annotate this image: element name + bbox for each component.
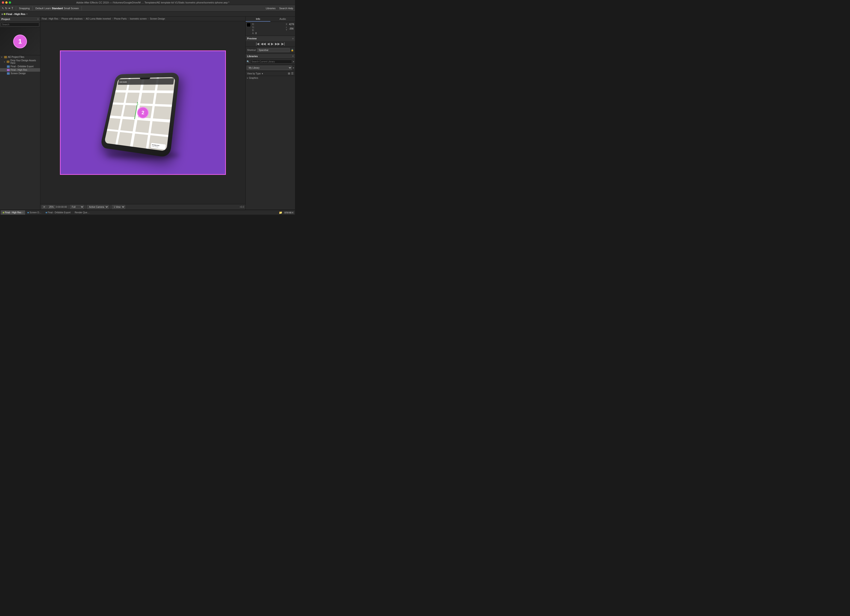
bc-phone-shadows[interactable]: Phone with shadows: [61, 18, 83, 20]
lib-search-area: 🔍 ▾: [246, 59, 295, 65]
x-value: 4276: [289, 23, 294, 25]
new-folder-icon[interactable]: 📁: [279, 211, 282, 214]
workspace-group: Default Learn Standard Small Screen: [36, 7, 79, 10]
workspace-learn[interactable]: Learn: [45, 7, 51, 10]
tool-buttons: ↖ ↻ ✒ T: [2, 7, 13, 10]
tab-audio-label: Audio: [279, 18, 286, 20]
tab-info[interactable]: Info: [246, 16, 270, 22]
project-search-area: [0, 22, 40, 28]
window-controls[interactable]: [2, 1, 11, 4]
project-item-dribbble[interactable]: Final - Dribbble Export: [0, 65, 40, 68]
folder-icon: [4, 56, 7, 58]
libraries-section: Libraries ≡ 🔍 ▾ My Library ▾ View by Typ…: [246, 54, 295, 209]
grid-view-icon[interactable]: ⊞: [288, 72, 290, 75]
tab-info-label: Info: [256, 18, 260, 20]
step-forward-button[interactable]: ▶▶: [275, 42, 280, 46]
lib-dropdown-arrow-icon: ▾: [293, 67, 294, 69]
workspace-small-screen[interactable]: Small Screen: [64, 7, 79, 10]
snap-label: Snapping: [19, 7, 30, 10]
libraries-menu-icon[interactable]: ≡: [292, 55, 293, 57]
preview-menu-icon[interactable]: ≡: [292, 37, 293, 40]
lib-search-input[interactable]: [250, 60, 292, 64]
project-item-design-assets[interactable]: ▸ Drop Your Design Assets Here: [0, 59, 40, 65]
bc-sep-3: <: [112, 18, 113, 20]
quality-select[interactable]: Full Half Quarter: [70, 205, 84, 209]
close-button[interactable]: [2, 1, 4, 4]
list-view-icon[interactable]: ☰: [291, 72, 293, 75]
shortcut-label: Shortcut: [247, 49, 256, 51]
expand-arrow-icon-5: [4, 72, 6, 75]
shortcut-row: Shortcut 🔒: [247, 48, 293, 52]
preview-section: Preview ≡ |◀ ◀◀ ◀ ▶ ▶▶ ▶|: [246, 36, 295, 47]
preview-label: Preview: [247, 37, 257, 40]
project-item-screen[interactable]: Screen Design: [0, 72, 40, 75]
title-bar: Adobe After Effects CC 2019 — /Volumes/G…: [0, 0, 295, 5]
comp-icon: [7, 66, 10, 68]
project-item-ae-files[interactable]: ▸ AE Project Files: [0, 55, 40, 59]
tl-tab-final-high-res[interactable]: Final - High Res ≡: [1, 210, 25, 215]
graphics-label: Graphics: [249, 77, 258, 79]
bc-phone-parts[interactable]: Phone Parts: [114, 18, 127, 20]
b-label: B:: [252, 29, 254, 31]
play-button[interactable]: ▶: [271, 42, 274, 46]
tl-tab-render-que[interactable]: Render Que…: [73, 210, 91, 215]
bc-isometric-screen[interactable]: Isometric screen: [130, 18, 147, 20]
right-panel: Info Audio R: G:: [245, 16, 295, 209]
shortcut-input[interactable]: [257, 48, 290, 52]
selection-tool-icon[interactable]: ↖: [2, 7, 4, 10]
minimize-button[interactable]: [5, 1, 7, 4]
snap-group: Snapping: [19, 7, 30, 10]
file-size-display: 679 KB ≡: [284, 211, 294, 214]
tl-tab-dribbble[interactable]: Final - Dribbble Export: [44, 210, 72, 215]
comp-tab-close[interactable]: ✕: [26, 13, 28, 15]
road-h-2: [112, 103, 172, 107]
road-v-2: [130, 78, 145, 147]
lib-search-dropdown-icon[interactable]: ▾: [293, 60, 294, 63]
shortcut-lock-icon[interactable]: 🔒: [291, 49, 293, 51]
tl-tab-label-3: Final - Dribbble Export: [48, 211, 70, 214]
arriving-card: Arriving now Café Amélie: [151, 143, 166, 150]
bc-sep-4: <: [127, 18, 129, 20]
composition-icon: ◼: [1, 13, 3, 15]
step-back-button[interactable]: ◀◀: [261, 42, 266, 46]
project-search-input[interactable]: [1, 22, 39, 27]
info-y-row: + Y -356: [286, 26, 294, 31]
skip-end-button[interactable]: ▶|: [281, 42, 285, 46]
timeline-tabs: Final - High Res ≡ Screen D… Final - Dri…: [0, 210, 295, 215]
lib-graphics-section[interactable]: ▸ Graphics: [246, 76, 295, 80]
info-b-row: B:: [252, 29, 257, 32]
project-list: ▸ AE Project Files ▸ Drop Your Design As…: [0, 55, 40, 209]
comp-tab-label-active[interactable]: Final - High Res: [6, 13, 25, 15]
lib-view-toggle: ⊞ ☰: [288, 72, 293, 75]
pen-tool-icon[interactable]: ✒: [8, 7, 10, 10]
bc-screen-design[interactable]: Screen Design: [150, 18, 165, 20]
tl-tab-screen-design[interactable]: Screen D…: [25, 210, 43, 215]
rotate-tool-icon[interactable]: ↻: [5, 7, 7, 10]
viewer-home-btn[interactable]: ⟳: [42, 205, 47, 209]
skip-start-button[interactable]: |◀: [256, 42, 259, 46]
bc-final-high-res[interactable]: Final - High Res: [42, 18, 58, 20]
search-label[interactable]: Search Help: [279, 7, 293, 10]
view-select[interactable]: 1 View: [112, 205, 125, 209]
play-back-button[interactable]: ◀: [267, 42, 270, 46]
tl-tab-menu-1[interactable]: ≡: [22, 211, 23, 214]
workspace-standard[interactable]: Standard: [52, 7, 63, 10]
maximize-button[interactable]: [9, 1, 11, 4]
tab-audio[interactable]: Audio: [270, 16, 295, 22]
project-menu-icon[interactable]: ≡: [37, 18, 39, 20]
library-select[interactable]: My Library: [247, 66, 292, 70]
color-swatch[interactable]: [247, 23, 251, 27]
project-item-label-5: Screen Design: [10, 72, 26, 75]
project-item-highres[interactable]: Final - High Res: [0, 68, 40, 72]
viewer-zoom-level[interactable]: 25%: [48, 205, 55, 209]
project-label: Project: [1, 18, 10, 21]
project-panel-header: Project ≡: [0, 16, 40, 22]
bc-ao-luma[interactable]: AO Luma Matte inverted: [86, 18, 111, 20]
workspace-default[interactable]: Default: [36, 7, 43, 10]
g-label: G:: [252, 26, 254, 28]
tl-tab-label-1: Final - High Res: [5, 211, 21, 214]
libraries-label[interactable]: Libraries: [266, 7, 275, 10]
text-tool-icon[interactable]: T: [12, 7, 13, 10]
camera-select[interactable]: Active Camera: [87, 205, 109, 209]
phone-notch: [140, 78, 150, 79]
